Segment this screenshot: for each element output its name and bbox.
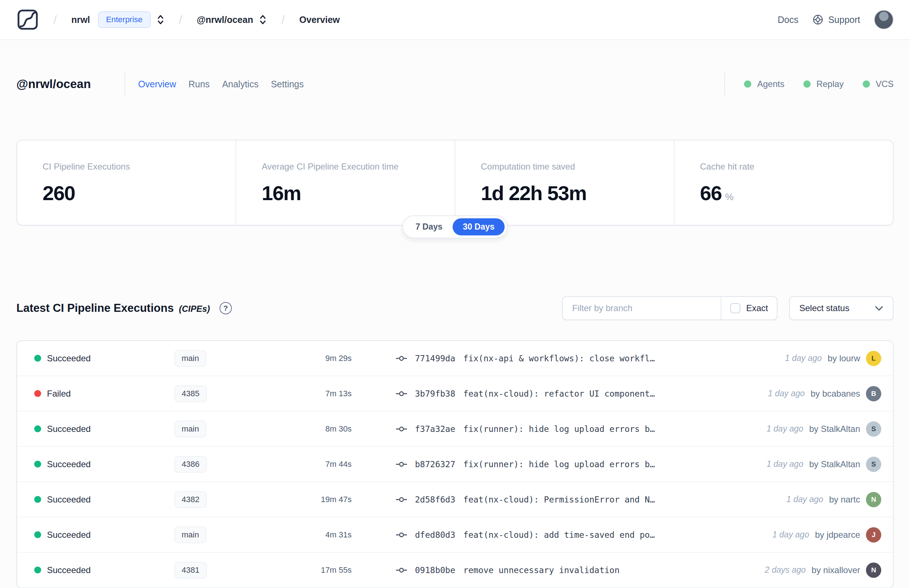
- support-link[interactable]: Support: [812, 14, 860, 26]
- status-dot: [34, 531, 41, 538]
- status-label: Succeeded: [47, 494, 91, 505]
- green-status-dot: [803, 81, 811, 88]
- breadcrumb-page: Overview: [299, 15, 339, 25]
- help-icon[interactable]: ?: [220, 302, 232, 314]
- time-ago: 1 day ago: [787, 494, 823, 504]
- indicator-vcs: VCS: [863, 79, 894, 89]
- git-commit-icon: [396, 391, 407, 397]
- author: by StalkAltan: [809, 459, 860, 469]
- time-ago: 1 day ago: [768, 389, 805, 399]
- branch-badge[interactable]: main: [175, 421, 206, 437]
- commit-hash[interactable]: 0918b0be: [415, 565, 455, 575]
- green-status-dot: [863, 81, 870, 88]
- status-label: Succeeded: [47, 353, 91, 363]
- divider: [124, 73, 125, 95]
- avatar[interactable]: N: [866, 492, 881, 507]
- time-ago: 2 days ago: [765, 565, 806, 575]
- avatar[interactable]: S: [866, 422, 881, 437]
- commit-message: fix(runner): hide log upload errors b…: [463, 460, 655, 469]
- avatar[interactable]: L: [866, 351, 881, 366]
- status-dot: [34, 390, 41, 397]
- breadcrumb-workspace[interactable]: @nrwl/ocean: [197, 15, 253, 25]
- branch-badge[interactable]: main: [175, 350, 206, 367]
- tab-runs[interactable]: Runs: [189, 79, 210, 89]
- branch-filter-input[interactable]: [563, 297, 721, 320]
- avatar[interactable]: N: [866, 562, 881, 578]
- nx-cloud-logo-icon[interactable]: [16, 8, 39, 31]
- table-row[interactable]: Failed 4385 7m 13s 3b79fb38 feat(nx-clou…: [17, 376, 893, 412]
- green-status-dot: [744, 81, 751, 88]
- table-row[interactable]: Succeeded 4382 19m 47s 2d58f6d3 feat(nx-…: [17, 482, 893, 517]
- duration: 4m 31s: [293, 530, 352, 540]
- commit-hash[interactable]: 771499da: [415, 354, 455, 363]
- breadcrumb-separator: /: [53, 13, 57, 27]
- tab-settings[interactable]: Settings: [271, 79, 304, 89]
- breadcrumb-separator: /: [281, 13, 284, 27]
- status-dot: [34, 460, 41, 468]
- author: by bcabanes: [811, 389, 860, 399]
- breadcrumb: / nrwl Enterprise / @nrwl/ocean / Overvi…: [39, 11, 340, 28]
- branch-badge[interactable]: main: [175, 527, 206, 543]
- git-commit-icon: [396, 532, 407, 538]
- status-dot: [34, 355, 41, 362]
- time-ago: 1 day ago: [766, 459, 803, 469]
- branch-badge[interactable]: 4385: [175, 385, 207, 402]
- commit-hash[interactable]: f37a32ae: [415, 424, 455, 434]
- commit-hash[interactable]: dfed80d3: [415, 530, 455, 540]
- org-switcher-icon[interactable]: [157, 14, 165, 26]
- commit-hash[interactable]: 3b79fb38: [415, 389, 455, 399]
- author: by nartc: [829, 494, 860, 505]
- period-7-days-button[interactable]: 7 Days: [405, 218, 453, 236]
- time-ago: 1 day ago: [785, 353, 822, 363]
- period-toggle: 7 Days 30 Days: [402, 215, 508, 238]
- commit-hash[interactable]: 2d58f6d3: [415, 495, 455, 504]
- breadcrumb-separator: /: [179, 13, 183, 27]
- stats-cards: CI Pipeline Executions 260 Average CI Pi…: [16, 140, 894, 226]
- duration: 17m 55s: [293, 565, 352, 575]
- duration: 19m 47s: [293, 495, 352, 504]
- avatar[interactable]: S: [866, 457, 881, 472]
- top-nav: / nrwl Enterprise / @nrwl/ocean / Overvi…: [0, 0, 910, 40]
- duration: 9m 29s: [293, 354, 352, 363]
- git-commit-icon: [396, 497, 407, 502]
- divider: [724, 73, 725, 95]
- table-row[interactable]: Succeeded main 8m 30s f37a32ae fix(runne…: [17, 412, 893, 447]
- cipe-section-header: Latest CI Pipeline Executions(CIPEs) ? E…: [16, 296, 894, 320]
- table-row[interactable]: Succeeded main 4m 31s dfed80d3 feat(nx-c…: [17, 517, 893, 553]
- docs-link[interactable]: Docs: [777, 15, 798, 25]
- duration: 8m 30s: [293, 424, 352, 434]
- tab-analytics[interactable]: Analytics: [222, 79, 259, 89]
- branch-badge[interactable]: 4381: [175, 562, 207, 578]
- breadcrumb-org[interactable]: nrwl: [71, 15, 90, 25]
- git-commit-icon: [396, 461, 407, 467]
- user-avatar[interactable]: [874, 10, 894, 29]
- lifebuoy-icon: [812, 14, 824, 26]
- table-row[interactable]: Succeeded 4386 7m 44s b8726327 fix(runne…: [17, 447, 893, 482]
- avatar[interactable]: J: [866, 527, 881, 543]
- workspace-switcher-icon[interactable]: [259, 14, 267, 26]
- stat-card-ci-pipeline-executions: CI Pipeline Executions 260: [17, 141, 236, 225]
- duration: 7m 13s: [293, 389, 352, 399]
- commit-hash[interactable]: b8726327: [415, 460, 455, 469]
- branch-badge[interactable]: 4386: [175, 456, 207, 473]
- avatar[interactable]: B: [866, 386, 881, 401]
- select-status-dropdown[interactable]: Select status: [789, 296, 894, 320]
- status-label: Failed: [47, 389, 71, 399]
- section-subtitle: (CIPEs): [179, 304, 210, 313]
- stats-section: CI Pipeline Executions 260 Average CI Pi…: [16, 140, 894, 226]
- table-row[interactable]: Succeeded 4381 17m 55s 0918b0be remove u…: [17, 553, 893, 588]
- exact-label: Exact: [746, 303, 768, 313]
- status-dot: [34, 496, 41, 503]
- cipe-table: Succeeded main 9m 29s 771499da fix(nx-ap…: [16, 340, 894, 588]
- author: by jdpearce: [815, 530, 860, 540]
- commit-message: remove unnecessary invalidation: [463, 565, 619, 575]
- period-30-days-button[interactable]: 30 Days: [453, 218, 505, 236]
- stat-card-cache-hit-rate: Cache hit rate 66%: [674, 141, 893, 225]
- table-row[interactable]: Succeeded main 9m 29s 771499da fix(nx-ap…: [17, 341, 893, 376]
- status-dot: [34, 567, 41, 573]
- branch-badge[interactable]: 4382: [175, 491, 207, 508]
- commit-message: fix(runner): hide log upload errors b…: [463, 424, 655, 434]
- tab-overview[interactable]: Overview: [138, 79, 176, 89]
- exact-checkbox[interactable]: [730, 303, 740, 313]
- time-ago: 1 day ago: [766, 424, 803, 434]
